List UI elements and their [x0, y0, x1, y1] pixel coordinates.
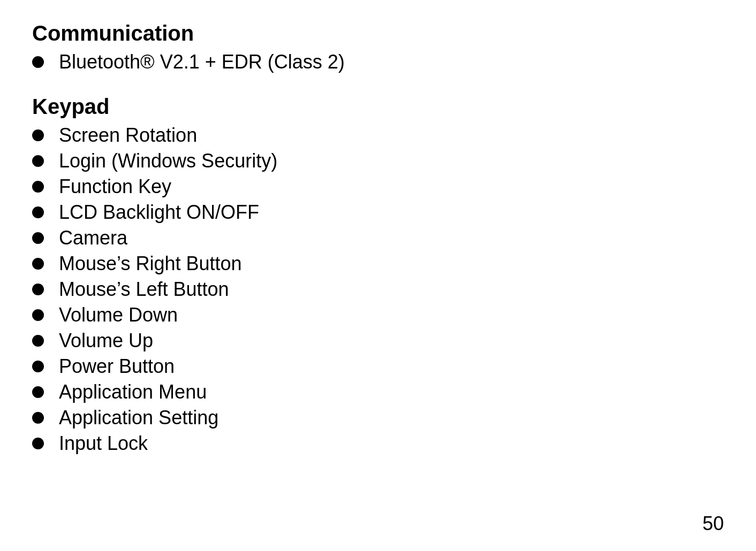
bullet-icon	[32, 232, 44, 244]
bullet-icon	[32, 129, 44, 141]
communication-section: Communication Bluetooth® V2.1 + EDR (Cla…	[32, 21, 724, 73]
keypad-section: Keypad Screen RotationLogin (Windows Sec…	[32, 95, 724, 455]
bullet-icon	[32, 438, 44, 449]
communication-title: Communication	[32, 21, 724, 45]
keypad-item-12: Application Setting	[59, 407, 218, 429]
bullet-icon	[32, 386, 44, 398]
list-item: LCD Backlight ON/OFF	[32, 201, 724, 224]
bullet-icon	[32, 56, 44, 68]
bullet-icon	[32, 284, 44, 295]
keypad-item-1: Screen Rotation	[59, 124, 197, 147]
keypad-item-6: Mouse’s Right Button	[59, 252, 242, 275]
keypad-item-7: Mouse’s Left Button	[59, 278, 229, 301]
bullet-icon	[32, 412, 44, 424]
keypad-item-13: Input Lock	[59, 432, 148, 455]
keypad-title: Keypad	[32, 95, 724, 119]
keypad-item-8: Volume Down	[59, 304, 178, 326]
list-item: Camera	[32, 227, 724, 249]
list-item: Screen Rotation	[32, 124, 724, 147]
bullet-icon	[32, 335, 44, 347]
bullet-icon	[32, 155, 44, 167]
list-item: Application Setting	[32, 407, 724, 429]
keypad-item-10: Power Button	[59, 355, 175, 378]
keypad-item-9: Volume Up	[59, 330, 153, 352]
bullet-icon	[32, 206, 44, 218]
list-item: Input Lock	[32, 432, 724, 455]
bullet-icon	[32, 361, 44, 372]
communication-item-1: Bluetooth® V2.1 + EDR (Class 2)	[59, 51, 345, 73]
list-item: Application Menu	[32, 381, 724, 403]
bullet-icon	[32, 181, 44, 193]
keypad-item-5: Camera	[59, 227, 127, 249]
list-item: Login (Windows Security)	[32, 150, 724, 172]
bullet-icon	[32, 309, 44, 321]
list-item: Function Key	[32, 175, 724, 198]
page-number: 50	[702, 512, 724, 535]
bullet-icon	[32, 258, 44, 270]
list-item: Bluetooth® V2.1 + EDR (Class 2)	[32, 51, 724, 73]
list-item: Volume Up	[32, 330, 724, 352]
keypad-item-4: LCD Backlight ON/OFF	[59, 201, 259, 224]
keypad-list: Screen RotationLogin (Windows Security)F…	[32, 124, 724, 455]
list-item: Mouse’s Right Button	[32, 252, 724, 275]
keypad-item-11: Application Menu	[59, 381, 207, 403]
list-item: Volume Down	[32, 304, 724, 326]
keypad-item-3: Function Key	[59, 175, 171, 198]
communication-list: Bluetooth® V2.1 + EDR (Class 2)	[32, 51, 724, 73]
list-item: Power Button	[32, 355, 724, 378]
keypad-item-2: Login (Windows Security)	[59, 150, 277, 172]
list-item: Mouse’s Left Button	[32, 278, 724, 301]
